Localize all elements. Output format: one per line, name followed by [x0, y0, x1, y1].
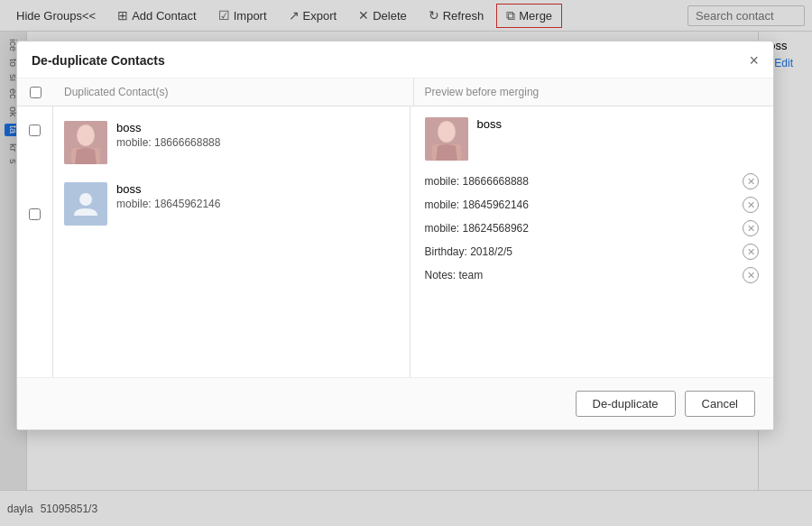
remove-field-4-button[interactable]: ✕ [743, 267, 759, 283]
person-silhouette-icon [72, 190, 99, 217]
preview-field-row: mobile: 18624568962 ✕ [425, 218, 760, 238]
svg-point-4 [79, 193, 92, 206]
dialog-footer: De-duplicate Cancel [17, 377, 773, 429]
preview-field-3: Birthday: 2018/2/5 [425, 245, 743, 258]
preview-field-row: mobile: 18666668888 ✕ [425, 171, 760, 191]
preview-avatar [425, 117, 468, 161]
preview-field-row: Birthday: 2018/2/5 ✕ [425, 242, 760, 262]
contact-photo-1 [64, 121, 107, 164]
contact-checkbox-1[interactable] [29, 125, 41, 136]
dialog-header: De-duplicate Contacts × [17, 42, 773, 78]
contact-name-1: boss [116, 121, 399, 134]
list-item: boss mobile: 18645962146 [64, 182, 399, 226]
duplicated-contacts-list: boss mobile: 18666668888 [53, 106, 411, 377]
preview-contact-name-area: boss [477, 117, 760, 133]
preview-photo-svg [425, 117, 468, 161]
preview-field-row: Notes: team ✕ [425, 265, 760, 285]
preview-field-1: mobile: 18645962146 [425, 198, 743, 211]
contact-default-avatar [64, 182, 107, 226]
header-preview: Preview before merging [414, 78, 774, 106]
preview-field-row: mobile: 18645962146 ✕ [425, 195, 760, 215]
header-checkbox-col [17, 78, 53, 106]
contact-checkbox-2[interactable] [29, 208, 41, 220]
preview-panel: boss mobile: 18666668888 ✕ mobile: 18645… [411, 106, 774, 377]
contact-name-2: boss [116, 182, 399, 196]
table-header: Duplicated Contact(s) Preview before mer… [17, 78, 773, 106]
preview-contact-name: boss [477, 117, 760, 131]
remove-field-1-button[interactable]: ✕ [743, 197, 759, 213]
cancel-button[interactable]: Cancel [685, 391, 755, 417]
preview-photo [425, 117, 468, 161]
preview-field-2: mobile: 18624568962 [425, 222, 743, 235]
select-all-checkbox[interactable] [30, 87, 42, 98]
dialog-body: boss mobile: 18666668888 [17, 106, 773, 377]
dedup-dialog: De-duplicate Contacts × Duplicated Conta… [16, 41, 774, 430]
remove-field-3-button[interactable]: ✕ [743, 244, 759, 260]
svg-point-3 [78, 125, 94, 145]
header-duplicated: Duplicated Contact(s) [53, 78, 414, 106]
contact-detail-1: mobile: 18666668888 [116, 136, 399, 149]
preview-field-0: mobile: 18666668888 [425, 175, 743, 188]
dialog-close-button[interactable]: × [749, 52, 759, 69]
app-background: Hide Groups<< ⊞ Add Contact ☑ Import ↗ E… [0, 0, 812, 526]
remove-field-0-button[interactable]: ✕ [743, 173, 759, 189]
contact-info-1: boss mobile: 18666668888 [116, 121, 399, 149]
dialog-title: De-duplicate Contacts [32, 53, 165, 68]
avatar [64, 121, 107, 164]
checkbox-column [17, 106, 53, 377]
preview-fields-list: mobile: 18666668888 ✕ mobile: 1864596214… [425, 171, 760, 285]
preview-field-4: Notes: team [425, 269, 743, 281]
preview-contact-header: boss [425, 117, 760, 161]
contact-detail-2: mobile: 18645962146 [116, 198, 399, 210]
contact-info-2: boss mobile: 18645962146 [116, 182, 399, 210]
deduplicate-button[interactable]: De-duplicate [576, 391, 676, 417]
remove-field-2-button[interactable]: ✕ [743, 220, 759, 236]
list-item: boss mobile: 18666668888 [64, 121, 399, 164]
svg-point-8 [438, 122, 455, 142]
photo-svg [64, 121, 107, 164]
avatar [64, 182, 107, 226]
